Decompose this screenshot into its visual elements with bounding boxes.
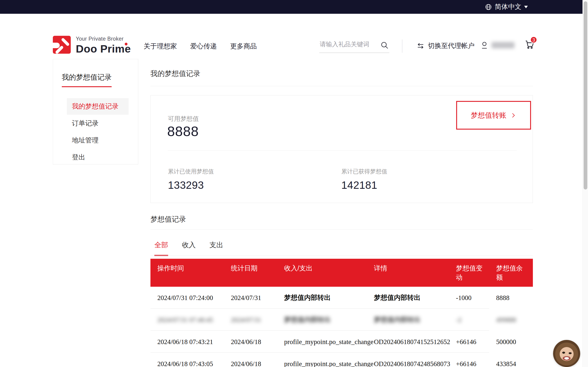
earned-points-label: 累计已获得梦想值	[341, 168, 387, 175]
cell-income-expense: profile_mypoint.po_state_change	[277, 360, 367, 367]
language-selector[interactable]: 简体中文	[485, 2, 528, 11]
divider	[150, 86, 533, 86]
main-nav: 关于理想家 爱心传递 更多商品	[144, 42, 257, 51]
cell-points-change: -2	[449, 316, 489, 324]
cell-operation-time: 2024/06/18 07:43:21	[150, 338, 224, 346]
records-table-header: 操作时间 统计日期 收入/支出 详情 梦想值变动 梦想值余额	[150, 259, 533, 287]
cell-detail: OD20240618074248568073	[367, 360, 449, 367]
page-title: 我的梦想值记录	[150, 69, 200, 78]
cell-points-balance: 500000	[489, 338, 533, 346]
earned-points-value: 142181	[341, 179, 387, 191]
sidebar-item-logout[interactable]: 登出	[67, 149, 129, 166]
sidebar-item-my-points-record[interactable]: 我的梦想值记录	[67, 98, 129, 115]
cell-stat-date: 2024/06/18	[224, 360, 277, 367]
globe-icon	[485, 3, 492, 10]
used-points-label: 累计已使用梦想值	[168, 168, 214, 175]
nav-item-about[interactable]: 关于理想家	[144, 42, 177, 51]
cell-points-balance: 499888	[489, 316, 533, 324]
logo-tagline: Your Private Broker	[76, 36, 131, 42]
divider	[168, 150, 517, 151]
points-transfer-label: 梦想值转账	[471, 110, 506, 120]
sidebar-menu: 我的梦想值记录 订单记录 地址管理 登出	[53, 98, 138, 166]
column-header-operation-time: 操作时间	[150, 264, 224, 282]
records-section-title: 梦想值记录	[150, 215, 186, 224]
used-points-stat: 累计已使用梦想值 133293	[168, 168, 214, 191]
cell-income-expense: profile_mypoint.po_state_change	[277, 338, 367, 346]
cell-points-change: +66146	[449, 338, 489, 346]
cell-points-balance: 433854	[489, 360, 533, 367]
account-name-redacted	[492, 42, 515, 48]
chevron-right-icon	[510, 112, 517, 119]
sidebar-title: 我的梦想值记录	[62, 73, 112, 87]
column-header-points-change: 梦想值变动	[449, 264, 489, 282]
column-header-detail: 详情	[367, 264, 449, 282]
divider	[150, 229, 533, 230]
language-label: 简体中文	[495, 2, 521, 11]
scrollbar-thumb[interactable]	[584, 1, 587, 190]
search-box	[319, 41, 389, 53]
available-points-value: 8888	[167, 123, 199, 139]
column-header-points-balance: 梦想值余额	[489, 264, 533, 282]
site-header: Your Private Broker Doo Prime 关于理想家 爱心传递…	[0, 14, 582, 48]
cell-stat-date: 2024/07/31	[224, 316, 277, 324]
cell-income-expense: 梦想值内部转出	[277, 293, 367, 302]
cell-operation-time: 2024/07/31 07:24:00	[150, 294, 224, 302]
switch-account-label: 切换至代理帐户	[428, 41, 475, 50]
cell-stat-date: 2024/06/18	[224, 338, 277, 346]
search-icon[interactable]	[380, 41, 389, 50]
cell-detail: 梦想值内部转出	[367, 315, 449, 324]
points-summary-card: 可用梦想值 8888 梦想值转账 累计已使用梦想值 133293 累计已获得梦想…	[150, 95, 533, 203]
cell-operation-time: 2024/06/18 07:43:05	[150, 360, 224, 367]
account-menu[interactable]	[480, 41, 515, 50]
cell-points-change: +66146	[449, 360, 489, 367]
records-tabs: 全部 收入 支出	[154, 240, 223, 256]
sidebar-item-address-management[interactable]: 地址管理	[67, 132, 129, 149]
tab-all[interactable]: 全部	[154, 240, 168, 256]
caret-down-icon	[524, 6, 528, 10]
cell-points-balance: 8888	[489, 294, 533, 302]
person-icon	[480, 41, 489, 50]
webcam-avatar[interactable]	[553, 340, 580, 367]
cell-income-expense: 梦想值内部转出	[277, 315, 367, 324]
column-header-income-expense: 收入/支出	[277, 264, 367, 282]
points-transfer-button[interactable]: 梦想值转账	[456, 101, 531, 130]
tab-income[interactable]: 收入	[182, 240, 196, 256]
sidebar: 我的梦想值记录 我的梦想值记录 订单记录 地址管理 登出	[53, 59, 138, 165]
cart-button[interactable]: 3	[524, 39, 535, 50]
divider	[150, 255, 533, 256]
cell-operation-time: 2024/07/31 07:40:45	[150, 316, 224, 324]
nav-item-more-products[interactable]: 更多商品	[230, 42, 257, 51]
table-row: 2024/06/18 07:43:21 2024/06/18 profile_m…	[150, 331, 533, 353]
logo-brand: Doo Prime	[76, 42, 131, 55]
available-points-label: 可用梦想值	[168, 115, 199, 123]
earned-points-stat: 累计已获得梦想值 142181	[341, 168, 387, 191]
table-row-redacted: 2024/07/31 07:40:45 2024/07/31 梦想值内部转出 梦…	[150, 309, 533, 331]
cart-count-badge: 3	[530, 36, 537, 43]
records-table-body: 2024/07/31 07:24:00 2024/07/31 梦想值内部转出 梦…	[150, 287, 533, 367]
doo-logo-icon	[53, 36, 71, 54]
search-input[interactable]	[319, 41, 389, 53]
scrollbar-track[interactable]	[582, 0, 588, 367]
tab-expense[interactable]: 支出	[209, 240, 223, 256]
cell-points-change: -1000	[449, 294, 489, 302]
brand-logo[interactable]: Your Private Broker Doo Prime	[53, 36, 131, 55]
swap-arrows-icon	[416, 42, 425, 50]
cell-detail: 梦想值内部转出	[367, 293, 449, 302]
logo-i-dot	[125, 43, 128, 45]
nav-item-charity[interactable]: 爱心传递	[190, 42, 217, 51]
used-points-value: 133293	[168, 179, 214, 191]
sidebar-item-order-record[interactable]: 订单记录	[67, 115, 129, 132]
topbar: 简体中文	[0, 0, 582, 14]
cell-stat-date: 2024/07/31	[224, 294, 277, 302]
column-header-stat-date: 统计日期	[224, 264, 277, 282]
table-row: 2024/07/31 07:24:00 2024/07/31 梦想值内部转出 梦…	[150, 287, 533, 309]
cell-detail: OD20240618074152512652	[367, 338, 449, 346]
header-divider	[402, 40, 402, 53]
switch-account-button[interactable]: 切换至代理帐户	[416, 41, 475, 50]
table-row: 2024/06/18 07:43:05 2024/06/18 profile_m…	[150, 353, 533, 367]
